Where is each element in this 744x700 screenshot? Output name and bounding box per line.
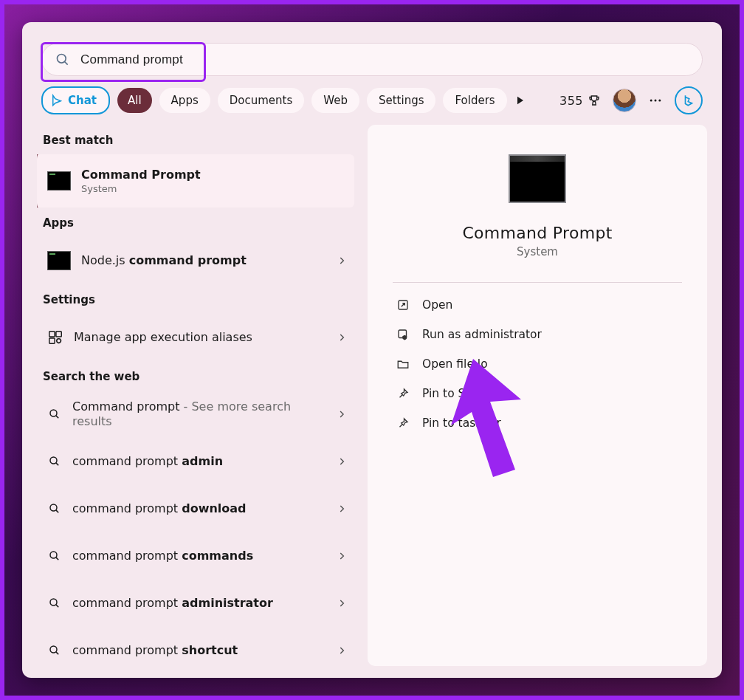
chevron-right-icon [337,598,347,608]
divider [393,282,682,283]
web-result-label: command prompt shortcut [72,643,326,658]
svg-rect-7 [49,338,55,343]
action-pin-start-label: Pin to Start [422,387,486,400]
action-open-label: Open [422,298,452,312]
pin-icon [396,386,410,401]
detail-subtitle: System [517,245,558,258]
search-icon [47,596,62,611]
trophy-icon [588,94,601,107]
svg-point-19 [50,646,57,653]
web-result-label: command prompt administrator [72,596,326,611]
web-result-commands[interactable]: command prompt commands [37,532,354,580]
filter-more-icon[interactable] [514,95,526,106]
open-icon [396,298,410,312]
start-search-panel: Chat All Apps Documents Web Settings Fol… [22,22,722,678]
svg-line-18 [56,605,58,607]
chevron-right-icon [337,409,347,419]
action-pin-start[interactable]: Pin to Start [393,379,682,408]
app-alias-icon [47,329,63,346]
ellipsis-icon[interactable] [648,93,663,108]
web-result-label: command prompt commands [72,549,326,563]
web-result-label: command prompt download [72,501,326,516]
svg-point-4 [658,100,661,102]
chat-pill[interactable]: Chat [41,86,110,114]
bing-icon [682,94,695,107]
svg-point-17 [50,599,57,605]
shield-admin-icon [396,327,410,342]
action-run-admin-label: Run as administrator [422,328,542,341]
search-bar-container [41,43,703,76]
app-result-node-cmd[interactable]: Node.js command prompt [37,237,354,284]
folder-icon [396,357,410,371]
rewards-points[interactable]: 355 [559,94,601,108]
svg-point-15 [50,552,57,558]
search-icon [55,52,70,67]
search-icon [47,454,62,469]
svg-point-13 [50,504,57,511]
web-result-label: Command prompt - See more search results [72,399,326,429]
web-result-shortcut[interactable]: command prompt shortcut [37,627,354,666]
web-result-download[interactable]: command prompt download [37,485,354,532]
filter-web[interactable]: Web [311,88,359,113]
best-match-label: Command Prompt System [81,168,347,195]
settings-result-label: Manage app execution aliases [74,330,326,345]
best-match-item[interactable]: Command Prompt System [37,154,354,207]
svg-point-0 [58,54,66,63]
svg-rect-5 [49,332,55,337]
search-icon [47,549,62,563]
cmd-prompt-large-icon [509,154,566,203]
svg-point-2 [650,100,652,102]
filter-folders-label: Folders [455,94,495,107]
search-input[interactable] [79,52,689,68]
settings-heading: Settings [43,293,351,306]
svg-line-20 [56,652,58,654]
svg-line-1 [65,61,68,64]
chevron-right-icon [337,551,347,561]
filter-folders[interactable]: Folders [443,88,506,113]
bing-chat-icon [50,94,63,107]
filter-documents[interactable]: Documents [218,88,305,113]
filter-settings[interactable]: Settings [367,88,436,113]
svg-rect-6 [56,332,61,337]
web-result-label: command prompt admin [72,454,326,469]
action-pin-taskbar-label: Pin to taskbar [422,416,501,430]
cmd-prompt-icon [47,171,71,191]
best-match-heading: Best match [43,134,351,147]
results-column: Best match Command Prompt System Apps No… [37,125,354,666]
web-heading: Search the web [43,370,351,383]
bing-button[interactable] [675,86,703,114]
action-pin-taskbar[interactable]: Pin to taskbar [393,408,682,438]
web-result-admin[interactable]: command prompt admin [37,438,354,485]
web-result-see-more[interactable]: Command prompt - See more search results [37,391,354,438]
user-avatar[interactable] [613,89,636,112]
chat-label: Chat [68,94,97,107]
action-run-admin[interactable]: Run as administrator [393,320,682,349]
web-result-administrator[interactable]: command prompt administrator [37,580,354,627]
svg-point-3 [655,100,657,102]
results-body: Best match Command Prompt System Apps No… [22,125,722,678]
svg-line-14 [56,510,58,512]
filter-settings-label: Settings [379,94,424,107]
points-value: 355 [559,94,583,108]
action-open-location[interactable]: Open file lo [393,349,682,379]
action-open[interactable]: Open [393,290,682,320]
filter-all[interactable]: All [117,88,152,113]
search-icon [47,643,62,658]
filter-row: Chat All Apps Documents Web Settings Fol… [22,86,722,125]
action-open-location-label: Open file lo [422,357,488,371]
filter-documents-label: Documents [230,94,293,107]
filter-apps[interactable]: Apps [159,88,210,113]
search-icon [47,407,62,422]
filter-all-label: All [128,94,142,107]
svg-line-12 [56,463,58,465]
svg-point-8 [57,339,61,343]
search-box[interactable] [41,43,703,76]
detail-pane: Command Prompt System Open Run as admini… [368,125,707,666]
chevron-right-icon [337,645,347,656]
svg-line-10 [56,416,58,418]
search-icon [47,501,62,516]
settings-result-aliases[interactable]: Manage app execution aliases [37,314,354,361]
filter-apps-label: Apps [171,94,199,107]
filter-web-label: Web [323,94,348,107]
apps-heading: Apps [43,216,351,230]
